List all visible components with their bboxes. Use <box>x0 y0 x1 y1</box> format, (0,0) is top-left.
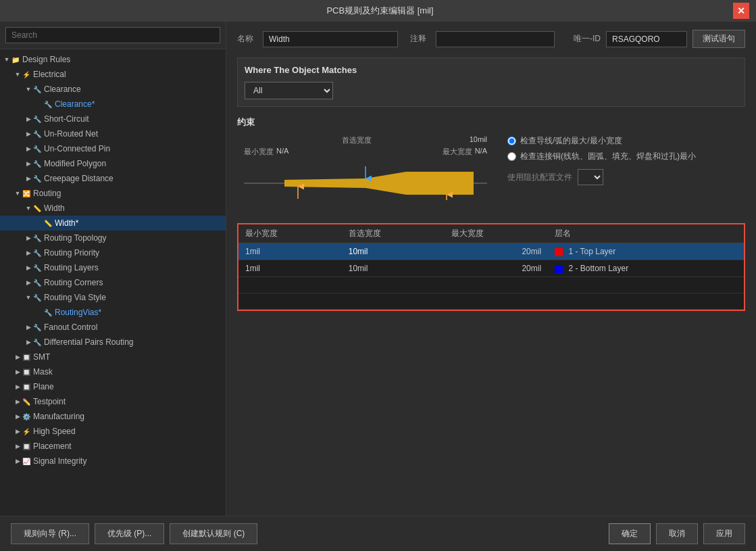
arrow-icon <box>35 100 43 108</box>
tree-item-routing-via-style[interactable]: 🔧 Routing Via Style <box>0 290 226 305</box>
tree-label: Plane <box>33 382 54 391</box>
layer-name: 2 - Bottom Layer <box>568 264 628 273</box>
col-max-width: 最大宽度 <box>445 224 548 243</box>
rule-icon: 🔲 <box>22 367 31 377</box>
tree-label: Mask <box>33 367 53 377</box>
rule-icon: 🔧 <box>32 248 42 258</box>
tree-label: Un-Routed Net <box>44 129 98 139</box>
create-default-button[interactable]: 创建默认规则 (C) <box>170 523 257 544</box>
uid-label: 唯一-ID <box>574 33 601 45</box>
tree-item-creepage-distance[interactable]: 🔧 Creepage Distance <box>0 171 226 186</box>
comment-input[interactable] <box>436 31 555 47</box>
rule-icon: 🔧 <box>32 159 42 168</box>
tree-item-plane[interactable]: 🔲 Plane <box>0 379 226 394</box>
tree-label: Modified Polygon <box>44 159 106 168</box>
radio-row-2: 检查连接铜(线轨、圆弧、填充、焊盘和过孔)最小 <box>507 151 745 162</box>
tree-item-placement[interactable]: 🔲 Placement <box>0 439 226 454</box>
tree-item-width-group[interactable]: 📏 Width <box>0 201 226 216</box>
col-layer-name: 层名 <box>548 224 744 243</box>
tree-label: Design Rules <box>22 55 70 64</box>
min-label: 最小宽度 <box>244 147 274 157</box>
cancel-button[interactable]: 取消 <box>656 523 698 544</box>
priority-button[interactable]: 优先级 (P)... <box>95 523 164 544</box>
col-preferred-width: 首选宽度 <box>342 224 445 243</box>
close-button[interactable]: ✕ <box>733 3 749 19</box>
rule-icon: 🔧 <box>32 174 42 183</box>
rule-icon: 🔧 <box>32 337 42 347</box>
apply-button[interactable]: 应用 <box>703 523 745 544</box>
left-panel: 📁 Design Rules ⚡ Electrical <box>0 22 226 516</box>
arrow-icon <box>24 323 32 331</box>
tree-item-routing[interactable]: 🔀 Routing <box>0 186 226 201</box>
title-bar: PCB规则及约束编辑器 [mil] ✕ <box>0 0 756 22</box>
arrow-icon <box>24 264 32 272</box>
tree-item-width-active[interactable]: 📏 Width* <box>0 216 226 231</box>
tree-label: Un-Connected Pin <box>44 144 110 153</box>
tree-item-signal-integrity[interactable]: 📈 Signal Integrity <box>0 454 226 469</box>
tree-label: Routing Topology <box>44 233 107 243</box>
bottom-bar: 规则向导 (R)... 优先级 (P)... 创建默认规则 (C) 确定 取消 … <box>0 516 756 551</box>
constraints-table: 最小宽度 首选宽度 最大宽度 层名 1mil 10mil 20mil <box>238 224 744 310</box>
arrow-icon <box>3 55 11 64</box>
tree-label: Width* <box>55 218 78 228</box>
tree-view: 📁 Design Rules ⚡ Electrical <box>0 49 226 516</box>
tree-item-routing-topology[interactable]: 🔧 Routing Topology <box>0 231 226 245</box>
tree-item-un-routed-net[interactable]: 🔧 Un-Routed Net <box>0 126 226 141</box>
tree-item-testpoint[interactable]: ✏️ Testpoint <box>0 394 226 409</box>
tree-item-high-speed[interactable]: ⚡ High Speed <box>0 424 226 439</box>
arrow-icon <box>24 279 32 287</box>
tree-item-short-circuit[interactable]: 🔧 Short-Circuit <box>0 112 226 126</box>
arrow-icon <box>14 442 22 450</box>
tree-label: Routing <box>33 189 61 198</box>
rule-icon: 🔧 <box>32 322 42 332</box>
tree-label: Manufacturing <box>33 412 84 421</box>
tree-item-mask[interactable]: 🔲 Mask <box>0 364 226 379</box>
radio-copper-width[interactable] <box>507 152 516 161</box>
tree-item-routing-vias[interactable]: 🔧 RoutingVias* <box>0 305 226 320</box>
bottom-left-buttons: 规则向导 (R)... 优先级 (P)... 创建默认规则 (C) <box>11 523 257 544</box>
rule-icon: 🔧 <box>32 293 42 302</box>
ok-button[interactable]: 确定 <box>609 523 651 544</box>
cell-max-width: 20mil <box>445 260 548 277</box>
table-row-empty <box>238 277 744 293</box>
tree-item-routing-layers[interactable]: 🔧 Routing Layers <box>0 260 226 275</box>
rule-icon: 📈 <box>22 456 31 466</box>
layer-color-blue <box>555 265 563 273</box>
tree-item-un-connected-pin[interactable]: 🔧 Un-Connected Pin <box>0 141 226 156</box>
constraint-title: 约束 <box>237 116 745 128</box>
tree-item-fanout-control[interactable]: 🔧 Fanout Control <box>0 320 226 335</box>
name-input[interactable] <box>263 31 398 47</box>
tree-label: Differential Pairs Routing <box>44 337 134 347</box>
tree-item-routing-corners[interactable]: 🔧 Routing Corners <box>0 275 226 290</box>
tree-item-routing-priority[interactable]: 🔧 Routing Priority <box>0 245 226 260</box>
tree-item-electrical[interactable]: ⚡ Electrical <box>0 67 226 82</box>
table-row[interactable]: 1mil 10mil 20mil 2 - Bottom Layer <box>238 260 744 277</box>
preferred-val: 10mil <box>470 135 487 145</box>
tree-item-differential-pairs[interactable]: 🔧 Differential Pairs Routing <box>0 335 226 350</box>
tree-item-modified-polygon[interactable]: 🔧 Modified Polygon <box>0 156 226 171</box>
radio-track-width[interactable] <box>507 137 516 145</box>
table-row[interactable]: 1mil 10mil 20mil 1 - Top Layer <box>238 243 744 260</box>
tree-item-clearance-active[interactable]: 🔧 Clearance* <box>0 97 226 112</box>
cell-min-width: 1mil <box>238 260 342 277</box>
rule-wizard-button[interactable]: 规则向导 (R)... <box>11 523 89 544</box>
arrow-icon <box>35 219 43 227</box>
impedance-select[interactable] <box>578 169 603 185</box>
bottom-right-buttons: 确定 取消 应用 <box>609 523 745 544</box>
tree-item-smt[interactable]: 🔲 SMT <box>0 350 226 364</box>
rule-icon: 🔧 <box>32 114 42 124</box>
tree-label: Electrical <box>33 70 66 79</box>
where-dropdown[interactable]: All Net Net Class Layer Net And Layer <box>245 82 333 99</box>
test-button[interactable]: 测试语句 <box>692 30 745 48</box>
tree-item-manufacturing[interactable]: ⚙️ Manufacturing <box>0 409 226 424</box>
arrow-icon <box>24 234 32 242</box>
max-label: 最大宽度 <box>443 147 472 157</box>
arrow-icon <box>14 383 22 391</box>
uid-input[interactable] <box>606 31 687 47</box>
constraint-section: 约束 首选宽度 10mil 最小宽度 N/A <box>237 116 745 207</box>
rule-icon: 🔧 <box>32 263 42 272</box>
tree-item-design-rules[interactable]: 📁 Design Rules <box>0 52 226 67</box>
search-input[interactable] <box>5 27 220 43</box>
tree-item-clearance[interactable]: 🔧 Clearance <box>0 82 226 97</box>
radio-label-1: 检查导线/弧的最大/最小宽度 <box>520 135 622 147</box>
